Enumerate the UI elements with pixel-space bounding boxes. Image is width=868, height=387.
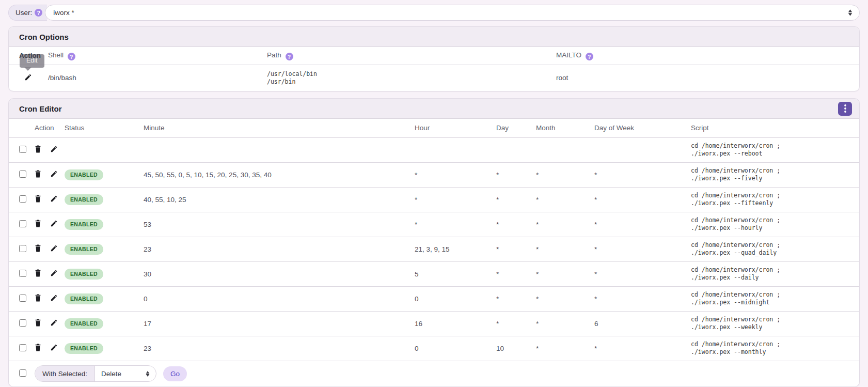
user-help-icon[interactable]: ?: [35, 9, 42, 17]
script-line: cd /home/interworx/cron ;: [691, 192, 780, 199]
col-hour: Hour: [415, 119, 496, 137]
status-badge: ENABLED: [65, 293, 103, 304]
col-month: Month: [536, 119, 594, 137]
table-footer-row: With Selected: Delete Go: [9, 361, 859, 386]
script-cell: cd /home/interworx/cron ; ./iworx.pex --…: [691, 212, 859, 237]
delete-icon[interactable]: [35, 319, 41, 327]
col-script: Script: [691, 119, 859, 137]
edit-icon[interactable]: [24, 73, 32, 81]
script-line: ./iworx.pex --daily: [691, 274, 759, 281]
edit-icon[interactable]: [50, 220, 58, 227]
row-checkbox[interactable]: [19, 245, 26, 252]
table-row: ENABLED 45, 50, 55, 0, 5, 10, 15, 20, 25…: [9, 162, 859, 187]
script-line: ./iworx.pex --quad_daily: [691, 249, 777, 256]
hour-cell: 16: [415, 311, 496, 336]
row-checkbox[interactable]: [19, 344, 26, 351]
day-cell: *: [496, 311, 536, 336]
select-all-checkbox[interactable]: [19, 369, 26, 377]
delete-icon[interactable]: [35, 244, 41, 252]
status-badge: ENABLED: [65, 269, 103, 280]
minute-cell: 30: [144, 261, 415, 286]
row-checkbox[interactable]: [19, 146, 26, 153]
user-select[interactable]: iworx *: [45, 5, 860, 21]
edit-icon[interactable]: [50, 344, 58, 351]
script-cell: cd /home/interworx/cron ; ./iworx.pex --…: [691, 237, 859, 261]
delete-icon[interactable]: [35, 170, 41, 178]
day-cell: *: [496, 261, 536, 286]
status-badge: ENABLED: [65, 343, 103, 354]
mailto-value: root: [556, 65, 859, 91]
cron-editor-header: Cron Editor: [9, 99, 859, 119]
minute-cell: 17: [144, 311, 415, 336]
day-of-week-cell: *: [594, 286, 691, 311]
delete-icon[interactable]: [35, 220, 41, 227]
edit-icon[interactable]: [50, 244, 58, 252]
hour-cell: 5: [415, 261, 496, 286]
path-help-icon[interactable]: ?: [286, 53, 293, 60]
col-day-of-week: Day of Week: [594, 119, 691, 137]
script-line: ./iworx.pex --weekly: [691, 323, 762, 331]
edit-icon[interactable]: [50, 145, 58, 153]
table-row: ENABLED 30 5 * * * cd /home/interworx/cr…: [9, 261, 859, 286]
table-row: cd /home/interworx/cron ; ./iworx.pex --…: [9, 137, 859, 162]
delete-icon[interactable]: [35, 145, 41, 153]
day-of-week-cell: *: [594, 237, 691, 261]
minute-cell: 40, 55, 10, 25: [144, 187, 415, 212]
hour-cell: 0: [415, 336, 496, 361]
script-cell: cd /home/interworx/cron ; ./iworx.pex --…: [691, 162, 859, 187]
col-action: Action: [35, 119, 65, 137]
delete-icon[interactable]: [35, 294, 41, 302]
month-cell: *: [536, 336, 594, 361]
minute-cell: 45, 50, 55, 0, 5, 10, 15, 20, 25, 30, 35…: [144, 162, 415, 187]
script-cell: cd /home/interworx/cron ; ./iworx.pex --…: [691, 336, 859, 361]
cron-rows: cd /home/interworx/cron ; ./iworx.pex --…: [9, 137, 859, 361]
script-line: ./iworx.pex --monthly: [691, 348, 766, 355]
script-line: ./iworx.pex --midnight: [691, 299, 769, 306]
status-badge: ENABLED: [65, 318, 103, 329]
user-label: User: ?: [8, 5, 47, 21]
minute-cell: 23: [144, 336, 415, 361]
table-row: ENABLED 0 0 * * * cd /home/interworx/cro…: [9, 286, 859, 311]
edit-icon[interactable]: [50, 195, 58, 203]
col-path: Path ?: [267, 47, 556, 65]
day-cell: *: [496, 187, 536, 212]
row-checkbox[interactable]: [19, 220, 26, 227]
row-checkbox[interactable]: [19, 270, 26, 277]
col-status: Status: [65, 119, 144, 137]
month-cell: [536, 137, 594, 162]
day-of-week-cell: [594, 137, 691, 162]
script-line: ./iworx.pex --hourly: [691, 224, 762, 231]
edit-icon[interactable]: [50, 269, 58, 277]
row-checkbox[interactable]: [19, 295, 26, 302]
shell-help-icon[interactable]: ?: [68, 53, 75, 60]
delete-icon[interactable]: [35, 195, 41, 203]
edit-icon[interactable]: [50, 294, 58, 302]
row-checkbox[interactable]: [19, 319, 26, 327]
col-select: [9, 119, 35, 137]
day-of-week-cell: 6: [594, 311, 691, 336]
mailto-help-icon[interactable]: ?: [586, 53, 593, 60]
status-badge: ENABLED: [65, 244, 103, 255]
table-row: ENABLED 23 21, 3, 9, 15 * * * cd /home/i…: [9, 237, 859, 261]
script-line: ./iworx.pex --fifteenly: [691, 199, 773, 207]
minute-cell: 0: [144, 286, 415, 311]
status-badge: ENABLED: [65, 219, 103, 230]
edit-icon[interactable]: [50, 319, 58, 327]
day-of-week-cell: *: [594, 336, 691, 361]
edit-icon[interactable]: [50, 170, 58, 178]
go-button[interactable]: Go: [163, 366, 187, 381]
panel-menu-button[interactable]: [838, 102, 852, 116]
row-checkbox[interactable]: [19, 195, 26, 203]
day-of-week-cell: *: [594, 187, 691, 212]
delete-icon[interactable]: [35, 269, 41, 277]
with-selected-value: Delete: [101, 370, 121, 378]
hour-cell: 21, 3, 9, 15: [415, 237, 496, 261]
col-mailto: MAILTO ?: [556, 47, 859, 65]
col-day: Day: [496, 119, 536, 137]
row-checkbox[interactable]: [19, 171, 26, 178]
with-selected-dropdown[interactable]: Delete: [95, 366, 156, 381]
script-line: cd /home/interworx/cron ;: [691, 316, 780, 323]
delete-icon[interactable]: [35, 344, 41, 351]
minute-cell: 53: [144, 212, 415, 237]
user-select-value: iworx *: [53, 9, 74, 17]
